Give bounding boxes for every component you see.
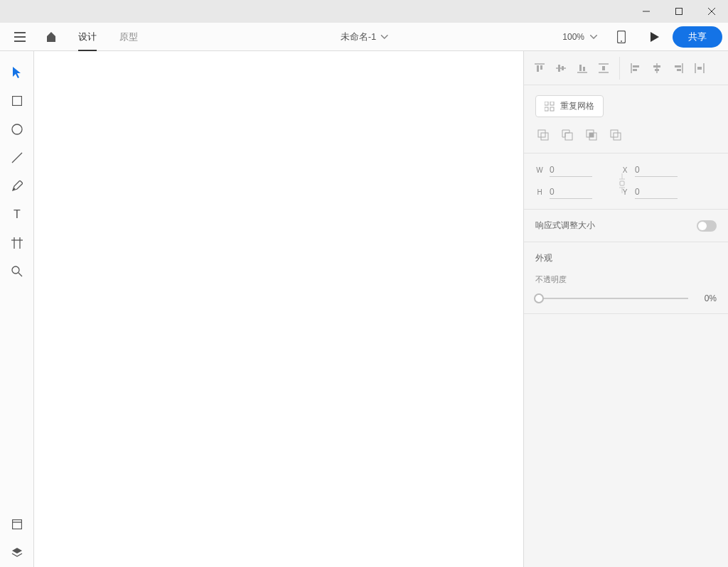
align-bottom-icon [577, 63, 587, 73]
line-icon [11, 152, 23, 163]
boolean-intersect-button[interactable] [584, 127, 599, 143]
svg-rect-26 [558, 65, 560, 72]
svg-rect-27 [562, 66, 564, 70]
svg-line-11 [12, 153, 22, 163]
svg-rect-23 [537, 65, 539, 72]
align-top-button[interactable] [531, 60, 548, 77]
window-maximize-button[interactable] [663, 0, 695, 23]
align-hcenter-button[interactable] [648, 60, 665, 77]
boolean-intersect-icon [586, 129, 597, 141]
play-preview-button[interactable] [640, 23, 668, 51]
line-tool[interactable] [3, 144, 31, 172]
repeat-grid-label: 重复网格 [560, 100, 594, 112]
canvas[interactable] [34, 51, 523, 567]
boolean-subtract-button[interactable] [560, 127, 575, 143]
hamburger-menu-button[interactable] [6, 23, 34, 51]
close-icon [708, 8, 715, 15]
width-input[interactable] [550, 163, 592, 177]
boolean-subtract-icon [562, 129, 573, 141]
mobile-icon [617, 31, 626, 43]
document-title-dropdown[interactable]: 未命名-1 [341, 31, 388, 43]
home-button[interactable] [37, 23, 65, 51]
svg-rect-56 [611, 130, 618, 137]
share-button[interactable]: 共享 [673, 26, 722, 48]
height-input[interactable] [550, 185, 592, 199]
window-close-button[interactable] [695, 0, 728, 23]
pen-icon [11, 180, 23, 192]
ellipse-tool[interactable] [3, 115, 31, 144]
select-icon [12, 67, 22, 78]
svg-rect-46 [545, 102, 548, 105]
text-tool[interactable]: T [3, 200, 31, 229]
top-toolbar: 设计 原型 未命名-1 100% 共享 [0, 23, 728, 51]
zoom-tool[interactable] [3, 257, 31, 286]
align-left-icon [631, 63, 641, 73]
window-minimize-button[interactable] [630, 0, 663, 23]
boolean-exclude-button[interactable] [608, 127, 623, 143]
svg-rect-30 [583, 67, 585, 71]
align-top-icon [535, 63, 545, 73]
svg-rect-49 [550, 107, 554, 111]
pen-tool[interactable] [3, 172, 31, 200]
rectangle-icon [12, 96, 22, 106]
rectangle-tool[interactable] [3, 87, 31, 115]
responsive-resize-toggle[interactable] [697, 220, 717, 232]
svg-point-18 [12, 266, 19, 274]
boolean-exclude-icon [610, 129, 621, 141]
layers-icon [11, 547, 23, 558]
width-label: W [535, 166, 544, 174]
lock-aspect-button[interactable] [618, 173, 626, 193]
align-hcenter-icon [652, 63, 662, 73]
svg-rect-36 [633, 69, 637, 71]
y-input[interactable] [635, 185, 678, 199]
svg-rect-38 [653, 65, 660, 68]
distribute-v-button[interactable] [595, 60, 612, 77]
distribute-h-button[interactable] [691, 60, 708, 77]
home-icon [46, 31, 57, 43]
svg-rect-29 [579, 65, 582, 71]
svg-rect-42 [677, 69, 681, 71]
search-icon [11, 266, 23, 277]
x-input[interactable] [635, 163, 678, 177]
svg-rect-47 [550, 102, 554, 105]
svg-rect-9 [12, 97, 21, 106]
window-title-bar [0, 0, 728, 23]
artboard-icon [11, 237, 23, 249]
opacity-slider-thumb[interactable] [534, 293, 544, 303]
svg-rect-51 [541, 133, 548, 140]
opacity-slider[interactable] [535, 298, 688, 299]
repeat-grid-button[interactable]: 重复网格 [535, 95, 604, 117]
hamburger-icon [14, 32, 26, 42]
assets-panel-button[interactable] [3, 510, 31, 539]
opacity-value: 0% [695, 293, 717, 303]
tab-design[interactable]: 设计 [68, 23, 107, 51]
svg-line-19 [18, 273, 22, 276]
distribute-v-icon [599, 63, 609, 73]
svg-rect-41 [675, 65, 681, 68]
chevron-down-icon [590, 35, 597, 39]
layers-panel-button[interactable] [3, 539, 31, 567]
minimize-icon [643, 8, 650, 15]
align-right-icon [673, 63, 683, 73]
tab-prototype[interactable]: 原型 [109, 23, 148, 51]
align-vcenter-button[interactable] [552, 60, 569, 77]
grid-icon [545, 102, 555, 112]
device-preview-button[interactable] [607, 23, 636, 51]
boolean-add-button[interactable] [535, 127, 551, 143]
align-bottom-button[interactable] [574, 60, 591, 77]
artboard-tool[interactable] [3, 229, 31, 257]
zoom-dropdown[interactable]: 100% [557, 32, 603, 42]
align-left-button[interactable] [627, 60, 644, 77]
select-tool[interactable] [3, 58, 31, 87]
chevron-down-icon [380, 35, 387, 39]
properties-panel: 重复网格 W X H [523, 51, 728, 567]
align-right-button[interactable] [670, 60, 687, 77]
document-title-text: 未命名-1 [341, 31, 377, 43]
responsive-resize-label: 响应式调整大小 [535, 220, 595, 232]
svg-rect-24 [540, 65, 542, 70]
maximize-icon [675, 8, 682, 15]
ellipse-icon [11, 124, 23, 135]
svg-rect-45 [697, 67, 702, 70]
svg-rect-50 [538, 130, 545, 137]
appearance-header: 外观 [535, 252, 717, 264]
